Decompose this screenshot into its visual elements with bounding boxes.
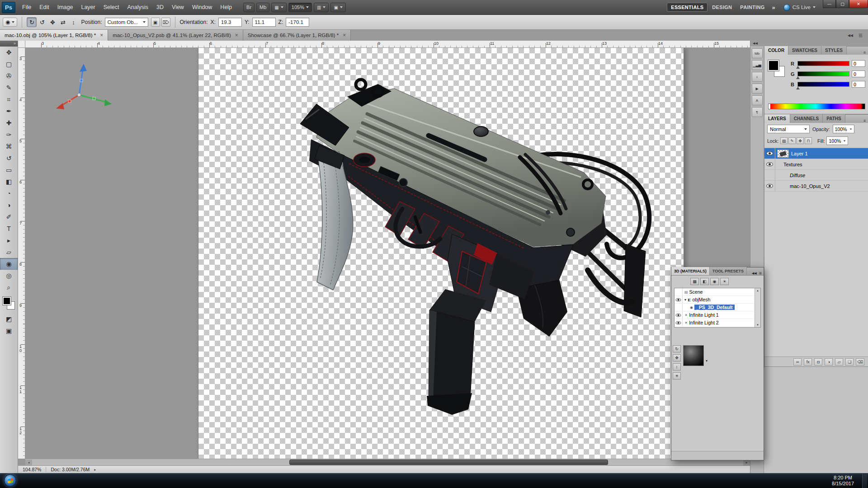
z-orientation-field[interactable]: -170.1 [286, 18, 309, 27]
filter-materials-icon[interactable]: ◉ [710, 278, 719, 285]
visibility-eye-icon[interactable] [676, 321, 681, 324]
eraser-tool[interactable]: ▭ [0, 164, 18, 176]
actions-panel-icon[interactable]: ▶ [752, 84, 763, 94]
taskbar-clock[interactable]: 8:20 PM 8/15/2017 [828, 475, 858, 487]
rotate-light-tool-icon[interactable]: ↻ [673, 345, 681, 352]
scrollbar-thumb[interactable] [289, 460, 608, 465]
visibility-eye-icon[interactable] [766, 184, 773, 188]
mac10-3d-model[interactable] [289, 68, 660, 425]
screen-mode-cycle-button[interactable]: ▣ [0, 326, 18, 336]
channel-slider[interactable] [797, 71, 849, 76]
menu-select[interactable]: Select [99, 0, 123, 14]
visibility-cell[interactable] [764, 181, 775, 191]
visibility-eye-icon[interactable] [766, 162, 773, 166]
blend-mode-select[interactable]: Normal [767, 125, 810, 133]
scroll-down-icon[interactable]: ▼ [756, 324, 759, 326]
material-preview-sphere[interactable] [683, 345, 704, 366]
3d-scale-mode-button[interactable]: ↕ [68, 17, 78, 27]
menu-file[interactable]: File [18, 0, 35, 14]
foreground-color-swatch[interactable] [768, 60, 779, 71]
3d-axis-widget[interactable] [52, 61, 120, 120]
paragraph-panel-icon[interactable]: ¶ [752, 107, 763, 117]
channel-slider-marker[interactable] [796, 87, 800, 89]
delete-position-button[interactable]: ⌦ [161, 18, 170, 27]
mini-bridge-panel-icon[interactable]: Mb [752, 48, 763, 58]
filter-whole-scene-icon[interactable]: ▩ [690, 278, 699, 285]
panel-collapse-icon[interactable]: ◀◀ [752, 272, 757, 275]
dock-collapse-icon[interactable]: ◀◀ [753, 42, 758, 45]
adjustment-layer-icon[interactable]: ◑ [825, 358, 833, 366]
quick-selection-tool[interactable]: ✎ [0, 82, 18, 94]
scene-visibility-cell[interactable] [675, 288, 683, 296]
bridge-button[interactable]: Br [243, 3, 255, 12]
scene-scrollbar[interactable]: ▲▼ [755, 288, 760, 327]
tab-color[interactable]: COLOR [764, 46, 788, 55]
scroll-left-icon[interactable]: ◂ [25, 460, 32, 465]
tab-tool-presets[interactable]: TOOL PRESETS [710, 267, 747, 275]
lock-all-icon[interactable]: ⊓ [805, 137, 812, 144]
pan-light-tool-icon[interactable]: ✥ [673, 354, 681, 361]
lock-position-icon[interactable]: ✥ [797, 137, 804, 144]
layer-row[interactable]: Diffuse [764, 170, 868, 181]
slide-light-tool-icon[interactable]: ↕ [673, 363, 681, 371]
menu-layer[interactable]: Layer [77, 0, 99, 14]
new-layer-icon[interactable]: ❏ [845, 358, 854, 366]
layer-styles-icon[interactable]: fx [804, 358, 812, 366]
scene-visibility-cell[interactable] [675, 311, 683, 319]
zoom-tool[interactable]: ⌕ [0, 282, 18, 293]
layer-mask-icon[interactable]: ◘ [814, 358, 822, 366]
visibility-cell[interactable] [764, 148, 775, 159]
dock-menu-icon[interactable]: ☰ [859, 33, 863, 38]
zoom-level-control[interactable]: 105% [288, 3, 312, 12]
workspace-essentials[interactable]: ESSENTIALS [667, 3, 708, 12]
screen-mode-button[interactable]: ▣ [330, 3, 345, 12]
type-tool[interactable]: T [0, 223, 18, 235]
menu-window[interactable]: Window [188, 0, 216, 14]
expander-icon[interactable]: ▾ [684, 298, 686, 302]
workspace-painting[interactable]: PAINTING [736, 3, 768, 11]
scene-visibility-cell[interactable] [675, 296, 683, 303]
lasso-tool[interactable]: ✇ [0, 70, 18, 82]
fill-field[interactable]: 100% [826, 136, 848, 145]
info-panel-icon[interactable]: i [752, 72, 763, 82]
cs-live-button[interactable]: CS Live [779, 4, 820, 11]
tab-channels[interactable]: CHANNELS [790, 114, 823, 123]
visibility-cell[interactable] [764, 170, 775, 180]
filter-meshes-icon[interactable]: ◧ [700, 278, 709, 285]
layer-row[interactable]: Layer 1 [764, 148, 868, 159]
filter-lights-icon[interactable]: ☀ [720, 278, 729, 285]
arrange-documents-button[interactable]: ▥ [314, 3, 329, 12]
position-dropdown[interactable]: Custom Ob... [105, 18, 148, 27]
minimize-button[interactable]: — [823, 0, 836, 8]
link-layers-icon[interactable]: ∞ [793, 358, 802, 366]
color-panel-menu-icon[interactable]: ≡ [861, 50, 868, 55]
channel-slider-marker[interactable] [796, 66, 800, 69]
color-spectrum-ramp[interactable] [768, 103, 865, 109]
visibility-eye-icon[interactable] [676, 298, 681, 301]
channel-value-field[interactable]: 0 [852, 81, 865, 88]
dock-collapse-icon[interactable]: ◀◀ [848, 33, 853, 38]
layer-row[interactable]: mac-10_Opus_V2 [764, 181, 868, 192]
start-button[interactable] [4, 474, 16, 487]
tab-close-icon[interactable]: × [235, 32, 238, 38]
gradient-tool[interactable]: ◧ [0, 176, 18, 188]
close-button[interactable]: ✕ [849, 0, 868, 8]
save-position-button[interactable]: ▣ [151, 18, 160, 27]
document-tab[interactable]: mac-10.obj @ 105% (Layer 1, RGB/8) *× [0, 30, 108, 41]
crop-tool[interactable]: ⌗ [0, 94, 18, 105]
menu-3d[interactable]: 3D [152, 0, 168, 14]
pasteboard[interactable] [25, 48, 750, 459]
clone-stamp-tool[interactable]: ⌘ [0, 141, 18, 152]
scene-item[interactable]: ☀Infinite Light 2 [675, 319, 760, 327]
3d-roll-mode-button[interactable]: ↺ [37, 17, 47, 27]
brush-tool[interactable]: ✑ [0, 129, 18, 141]
tab-styles[interactable]: STYLES [821, 46, 847, 55]
channel-value-field[interactable]: 0 [852, 60, 865, 67]
marquee-tool[interactable]: ▢ [0, 58, 18, 70]
path-selection-tool[interactable]: ▸ [0, 235, 18, 246]
tab-swatches[interactable]: SWATCHES [788, 46, 821, 55]
workspace-design[interactable]: DESIGN [708, 3, 736, 11]
3d-pan-mode-button[interactable]: ✥ [47, 17, 57, 27]
channel-slider-marker[interactable] [796, 76, 800, 79]
dodge-tool[interactable]: ◑ [0, 199, 18, 211]
